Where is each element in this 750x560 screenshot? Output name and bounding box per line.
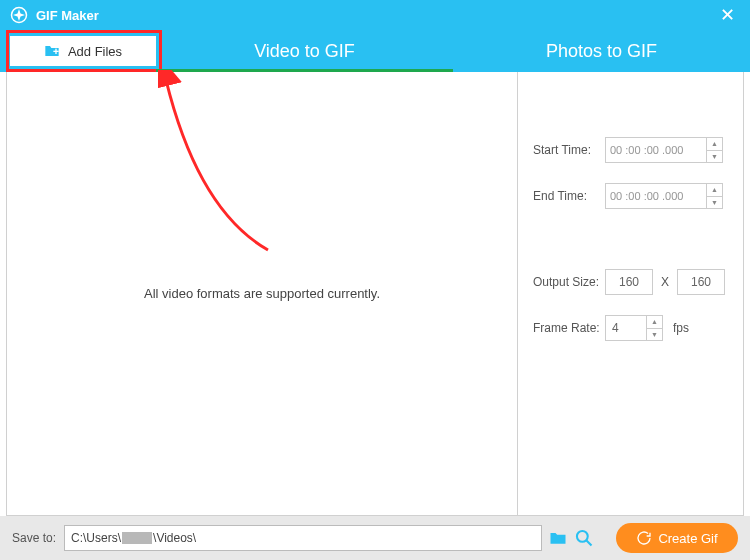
app-title: GIF Maker	[36, 8, 715, 23]
app-icon	[10, 6, 28, 24]
frame-rate-label: Frame Rate:	[533, 321, 605, 335]
output-size-label: Output Size:	[533, 275, 605, 289]
start-time-label: Start Time:	[533, 143, 605, 157]
end-time-label: End Time:	[533, 189, 605, 203]
create-gif-button[interactable]: Create Gif	[616, 523, 738, 553]
frame-rate-spinner[interactable]: ▲▼	[646, 316, 662, 340]
redacted-username	[122, 532, 152, 544]
svg-point-4	[577, 531, 588, 542]
fps-unit: fps	[673, 321, 689, 335]
start-time-spinner[interactable]: ▲▼	[706, 138, 722, 162]
output-height-input[interactable]	[677, 269, 725, 295]
frame-rate-input[interactable]: 4 ▲▼	[605, 315, 663, 341]
start-time-input[interactable]: 00 :00 :00 .000 ▲▼	[605, 137, 723, 163]
preview-message: All video formats are supported currentl…	[144, 286, 380, 301]
add-files-label: Add Files	[68, 44, 122, 59]
toolbar: Add Files Video to GIF Photos to GIF	[0, 30, 750, 72]
save-path-input[interactable]: C:\Users\\Videos\	[64, 525, 542, 551]
end-time-input[interactable]: 00 :00 :00 .000 ▲▼	[605, 183, 723, 209]
add-files-icon	[44, 44, 60, 58]
footer: Save to: C:\Users\\Videos\ Create Gif	[0, 516, 750, 560]
tab-photos-to-gif[interactable]: Photos to GIF	[453, 30, 750, 72]
svg-line-5	[587, 541, 592, 546]
tab-video-to-gif[interactable]: Video to GIF	[156, 30, 453, 72]
search-icon[interactable]	[574, 528, 594, 548]
settings-panel: Start Time: 00 :00 :00 .000 ▲▼ End Time:…	[518, 72, 743, 515]
svg-rect-3	[55, 49, 56, 54]
end-time-spinner[interactable]: ▲▼	[706, 184, 722, 208]
tabs: Video to GIF Photos to GIF	[156, 30, 750, 72]
create-gif-label: Create Gif	[658, 531, 717, 546]
size-separator: X	[661, 275, 669, 289]
titlebar: GIF Maker ✕	[0, 0, 750, 30]
output-width-input[interactable]	[605, 269, 653, 295]
add-files-button[interactable]: Add Files	[10, 36, 156, 66]
save-to-label: Save to:	[12, 531, 56, 545]
content-area: All video formats are supported currentl…	[6, 72, 744, 516]
browse-folder-icon[interactable]	[548, 528, 568, 548]
close-button[interactable]: ✕	[715, 4, 740, 26]
preview-pane: All video formats are supported currentl…	[7, 72, 518, 515]
